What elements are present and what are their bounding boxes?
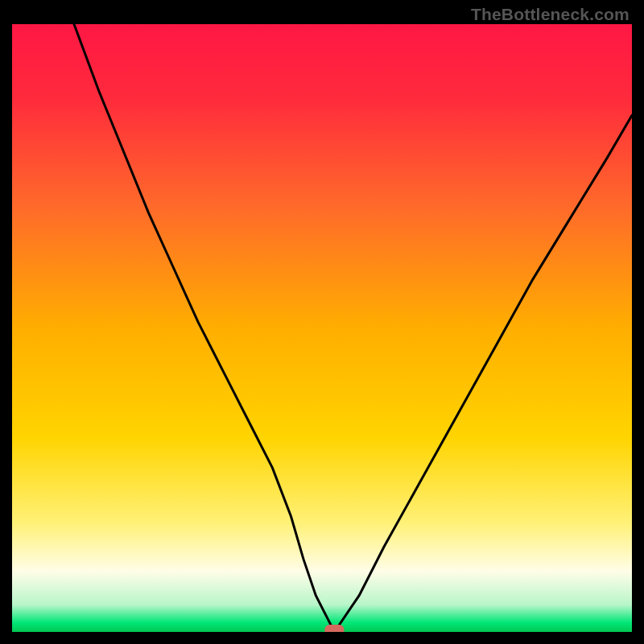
gradient-background (12, 24, 632, 632)
optimal-marker (324, 625, 344, 632)
chart-frame (12, 24, 632, 632)
bottleneck-chart (12, 24, 632, 632)
attribution-text: TheBottleneck.com (471, 5, 630, 24)
